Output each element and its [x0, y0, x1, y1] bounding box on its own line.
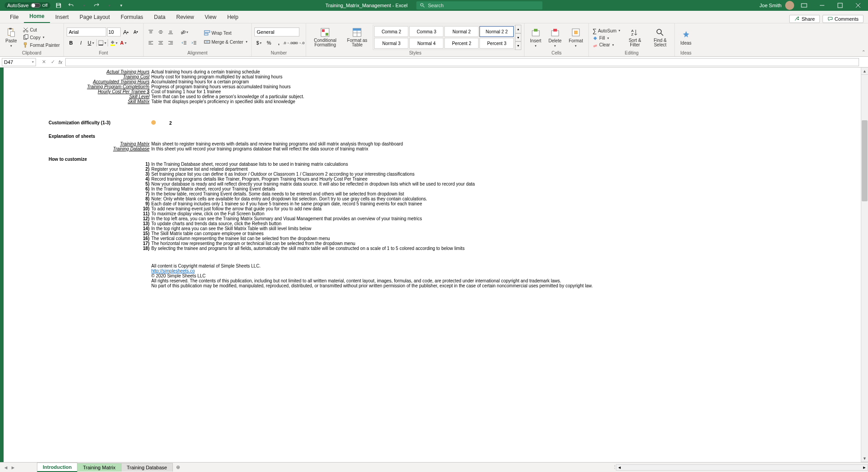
align-top-icon[interactable]: [146, 27, 155, 36]
align-middle-icon[interactable]: [156, 27, 165, 36]
dec-indent-icon[interactable]: [180, 38, 189, 47]
autosave-switch[interactable]: [31, 3, 41, 8]
name-box[interactable]: D47▾: [2, 58, 36, 66]
fill-color-icon[interactable]: [109, 38, 118, 47]
style-normal4[interactable]: Normal 4: [409, 38, 443, 49]
autosave-toggle[interactable]: AutoSave Off: [5, 2, 50, 9]
copy-button[interactable]: Copy▾: [22, 34, 61, 41]
cut-button[interactable]: Cut: [22, 26, 61, 33]
ideas-button[interactable]: Ideas: [678, 29, 694, 46]
border-icon[interactable]: [98, 38, 107, 47]
svg-rect-58: [534, 29, 538, 32]
save-icon[interactable]: [54, 1, 63, 10]
style-comma2[interactable]: Comma 2: [374, 26, 408, 37]
format-painter-button[interactable]: Format Painter: [22, 41, 61, 49]
underline-icon[interactable]: U: [86, 38, 95, 47]
share-button[interactable]: Share: [789, 15, 819, 23]
align-left-icon[interactable]: [146, 38, 155, 47]
tab-review[interactable]: Review: [171, 11, 199, 23]
fmt-table-button[interactable]: Format as Table: [343, 27, 371, 48]
autosum-button[interactable]: ∑AutoSum▾: [592, 27, 621, 35]
ribbon-display-icon[interactable]: [796, 0, 812, 11]
maximize-icon[interactable]: [832, 0, 848, 11]
tab-file[interactable]: File: [5, 11, 24, 23]
font-color-icon[interactable]: A: [119, 38, 128, 47]
group-ideas: Ideas Ideas: [675, 23, 696, 56]
user-name[interactable]: Joe Smith: [760, 3, 782, 8]
undo-icon[interactable]: [67, 1, 76, 10]
find-select-button[interactable]: Find & Select: [648, 27, 672, 48]
percent-icon[interactable]: %: [264, 38, 273, 47]
svg-text:Z: Z: [631, 32, 633, 36]
svg-point-65: [657, 29, 661, 34]
dec-decimal-icon[interactable]: .00→.0: [294, 38, 303, 47]
paste-button[interactable]: Paste ▾: [3, 27, 20, 49]
fx-icon[interactable]: fx: [59, 59, 65, 65]
collapse-ribbon-icon[interactable]: ⌃: [862, 50, 865, 54]
bold-icon[interactable]: B: [67, 38, 76, 47]
style-normal22[interactable]: Normal 2 2: [479, 26, 514, 37]
number-format-select[interactable]: [254, 27, 299, 36]
svg-rect-46: [204, 31, 210, 32]
minimize-icon[interactable]: [814, 0, 830, 11]
tab-insert[interactable]: Insert: [50, 11, 74, 23]
orientation-icon[interactable]: ab: [180, 27, 189, 36]
search-input[interactable]: [428, 3, 539, 8]
currency-icon[interactable]: $: [254, 38, 263, 47]
autosave-label: AutoSave: [7, 3, 29, 8]
tab-help[interactable]: Help: [222, 11, 244, 23]
sort-filter-button[interactable]: AZSort & Filter: [623, 27, 646, 48]
redo-icon[interactable]: [92, 1, 101, 10]
style-comma3[interactable]: Comma 3: [409, 26, 443, 37]
tab-data[interactable]: Data: [149, 11, 171, 23]
undo-dropdown[interactable]: [79, 1, 88, 10]
style-normal2[interactable]: Normal 2: [444, 26, 479, 37]
redo-dropdown[interactable]: [104, 1, 113, 10]
italic-icon[interactable]: I: [77, 38, 86, 47]
fill-button[interactable]: Fill▾: [592, 35, 621, 41]
merge-center-button[interactable]: Merge & Center▾: [203, 38, 249, 45]
group-number: $ % , .0→.00 .00→.0 Number: [252, 23, 306, 56]
document-title: Training_Matrix_Management - Excel: [326, 3, 407, 8]
shrink-font-icon[interactable]: A▾: [131, 27, 140, 36]
svg-rect-11: [10, 32, 14, 36]
gallery-scroll[interactable]: ▴▾▾: [515, 25, 521, 50]
style-normal3[interactable]: Normal 3: [374, 38, 408, 49]
tab-formulas[interactable]: Formulas: [115, 11, 149, 23]
insert-cells-button[interactable]: Insert▾: [527, 27, 544, 49]
wrap-text-button[interactable]: Wrap Text: [203, 29, 249, 36]
style-percent2[interactable]: Percent 2: [444, 38, 479, 49]
delete-cells-button[interactable]: Delete▾: [546, 27, 564, 49]
search-box[interactable]: [416, 1, 542, 9]
comments-button[interactable]: Comments: [823, 15, 863, 23]
inc-indent-icon[interactable]: [190, 38, 199, 47]
group-label-styles: Styles: [309, 50, 521, 56]
comma-icon[interactable]: ,: [274, 38, 283, 47]
align-center-icon[interactable]: [156, 38, 165, 47]
inc-decimal-icon[interactable]: .0→.00: [284, 38, 293, 47]
cancel-formula-icon[interactable]: ✕: [40, 58, 48, 66]
avatar[interactable]: [785, 1, 794, 10]
group-label-alignment: Alignment: [146, 50, 249, 56]
font-size-select[interactable]: [107, 27, 121, 36]
brush-icon: [23, 42, 29, 48]
accept-formula-icon[interactable]: ✓: [49, 58, 57, 66]
sigma-icon: ∑: [592, 27, 597, 34]
font-name-select[interactable]: [67, 27, 106, 36]
formula-input[interactable]: [65, 58, 859, 66]
clear-button[interactable]: Clear▾: [592, 42, 621, 48]
tab-home[interactable]: Home: [24, 10, 50, 23]
tab-view[interactable]: View: [199, 11, 222, 23]
align-bottom-icon[interactable]: [166, 27, 175, 36]
close-icon[interactable]: [850, 0, 866, 11]
style-percent3[interactable]: Percent 3: [479, 38, 514, 49]
cond-fmt-button[interactable]: Conditional Formatting: [309, 27, 341, 48]
group-label-font: Font: [67, 50, 140, 56]
tab-page-layout[interactable]: Page Layout: [74, 11, 115, 23]
align-right-icon[interactable]: [166, 38, 175, 47]
grow-font-icon[interactable]: A▴: [122, 27, 131, 36]
format-cells-button[interactable]: Format▾: [566, 27, 586, 49]
style-gallery[interactable]: Comma 2 Comma 3 Normal 2 Normal 2 2 Norm…: [373, 25, 515, 50]
qat-customize-icon[interactable]: ▾: [117, 1, 126, 10]
svg-rect-52: [326, 33, 328, 36]
